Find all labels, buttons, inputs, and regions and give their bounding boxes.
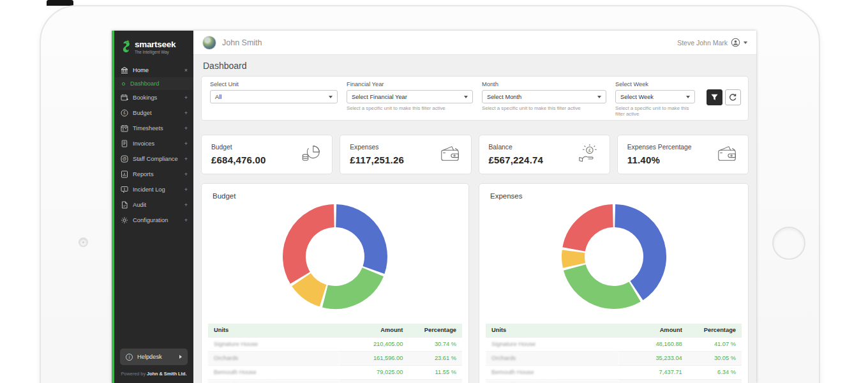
expand-icon[interactable]: + (184, 110, 188, 116)
expand-icon[interactable]: + (184, 217, 188, 223)
brand-logo[interactable]: smartseek The Intelligent Way (114, 31, 193, 63)
filter-financial-year: Financial Year Select Financial Year Sel… (347, 81, 473, 117)
sidebar-item-bookings[interactable]: Bookings + (114, 90, 193, 105)
expand-icon[interactable]: + (184, 94, 188, 101)
amount-cell: 233,450.00 (340, 379, 408, 383)
table-row[interactable]: Bemouth House 7,437.71 6.34 % (486, 365, 742, 379)
table-row[interactable]: Orchards 35,233.04 30.05 % (486, 351, 742, 365)
amount-cell: 26,419.63 (619, 379, 688, 383)
circle-bullet-icon (122, 82, 125, 86)
audit-doc-icon (120, 201, 128, 209)
sidebar-nav: Home × Dashboard Bookings + £ Budget + (114, 63, 193, 228)
sidebar-item-reports[interactable]: Reports + (114, 167, 193, 182)
invoice-icon (120, 140, 128, 148)
donut-segment[interactable] (572, 252, 574, 266)
expand-icon[interactable]: + (184, 202, 188, 208)
week-select[interactable]: Select Week (615, 90, 695, 103)
table-header-row: Units Amount Percentage (486, 324, 742, 337)
powered-by-name: John & Smith Ltd. (147, 371, 186, 377)
calendar-plus-icon (120, 94, 128, 102)
chart-title: Budget (213, 192, 462, 200)
sidebar-item-invoices[interactable]: Invoices + (114, 136, 193, 151)
amount-cell: 210,405.00 (340, 337, 408, 351)
table-row[interactable]: Brexwell House Care Home 233,450.00 34.1… (208, 379, 462, 383)
percentage-cell: 11.55 % (408, 365, 462, 379)
donut-segment[interactable] (301, 280, 323, 296)
sidebar-item-label: Invoices (133, 140, 154, 147)
info-icon: i (126, 354, 133, 361)
expand-icon[interactable]: + (184, 140, 188, 147)
select-value: All (215, 94, 221, 100)
refresh-button[interactable] (725, 89, 741, 105)
expenses-stat-card: Expenses £117,251.26 (340, 135, 471, 174)
sidebar-item-label: Staff Compliance (133, 156, 178, 162)
unit-select[interactable]: All (210, 90, 338, 103)
filter-label: Financial Year (347, 81, 473, 87)
sidebar-item-dashboard[interactable]: Dashboard (114, 77, 193, 90)
unit-name-cell: Orchards (208, 351, 340, 365)
table-row[interactable]: Bemouth House 79,025.00 11.55 % (208, 365, 462, 379)
collapse-icon[interactable]: × (184, 67, 188, 73)
unit-name-cell: Orchards (486, 351, 619, 365)
page-title: Dashboard (203, 61, 747, 71)
donut-segment[interactable] (574, 267, 634, 297)
chevron-down-icon (744, 41, 747, 44)
apply-filter-button[interactable] (707, 89, 722, 105)
balance-stat-card: Balance £567,224.74 £ (479, 135, 610, 174)
units-header: Units (486, 324, 619, 337)
stat-value: £684,476.00 (211, 154, 266, 165)
svg-text:£: £ (588, 148, 591, 153)
sidebar-item-staff-compliance[interactable]: @ Staff Compliance + (114, 151, 193, 167)
expenses-donut-wrap (486, 203, 742, 313)
tablet-home-button[interactable] (772, 227, 805, 260)
unit-name-cell: Signature House (208, 337, 340, 351)
amount-cell: 161,596.00 (340, 351, 408, 365)
table-row[interactable]: Brexwell House Care Home 26,419.63 22.53… (486, 379, 742, 383)
donut-segment[interactable] (336, 216, 376, 270)
filter-helper-text: Select a specific unit to make this filt… (347, 105, 473, 111)
sidebar-item-configuration[interactable]: Configuration + (114, 213, 193, 228)
budget-donut-chart[interactable] (281, 203, 389, 310)
sidebar-item-incident-log[interactable]: Incident Log + (114, 182, 193, 197)
financial-year-select[interactable]: Select Financial Year (347, 90, 473, 103)
filter-label: Select Week (615, 81, 695, 87)
sidebar-item-audit[interactable]: Audit + (114, 197, 193, 213)
expand-icon[interactable]: + (184, 186, 188, 193)
helpdesk-button[interactable]: i Helpdesk (120, 349, 188, 365)
funnel-icon (710, 93, 719, 101)
donut-segment[interactable] (615, 216, 654, 290)
unit-name-cell: Bemouth House (486, 365, 619, 379)
svg-text:@: @ (122, 156, 126, 161)
table-row[interactable]: Signature House 210,405.00 30.74 % (208, 337, 462, 351)
stat-value: 11.40% (627, 154, 692, 165)
sidebar-item-home[interactable]: Home × (114, 63, 193, 77)
budget-units-table: Units Amount Percentage Signature House … (208, 324, 462, 383)
percentage-cell: 30.74 % (408, 337, 462, 351)
helpdesk-label: Helpdesk (137, 354, 162, 360)
amount-header: Amount (340, 324, 408, 337)
donut-segment[interactable] (574, 216, 613, 249)
donut-segment[interactable] (294, 216, 334, 278)
expenses-donut-chart[interactable] (560, 203, 668, 310)
chevron-down-icon (686, 96, 690, 98)
sidebar-item-budget[interactable]: £ Budget + (114, 105, 193, 121)
table-row[interactable]: Orchards 161,596.00 23.61 % (208, 351, 462, 365)
expand-icon[interactable]: + (184, 156, 188, 162)
filter-actions (707, 89, 741, 117)
expand-icon[interactable]: + (184, 171, 188, 177)
wallet-icon (715, 142, 738, 167)
donut-segment[interactable] (325, 272, 373, 297)
account-menu[interactable]: Steve John Mark (677, 38, 747, 47)
amount-cell: 35,233.04 (619, 351, 688, 365)
table-row[interactable]: Signature House 48,160.88 41.07 % (486, 337, 742, 351)
tablet-camera (79, 237, 88, 247)
sidebar-item-timesheets[interactable]: Timesheets + (114, 121, 193, 136)
sidebar-item-label: Configuration (133, 217, 168, 223)
user-avatar[interactable] (202, 36, 216, 50)
units-header: Units (208, 324, 340, 337)
month-select[interactable]: Select Month (482, 90, 606, 103)
chevron-down-icon (597, 96, 601, 98)
pie-coins-icon (299, 142, 322, 167)
budget-chart-card: Budget Units Amount Percentage (201, 183, 469, 383)
expand-icon[interactable]: + (184, 125, 188, 131)
